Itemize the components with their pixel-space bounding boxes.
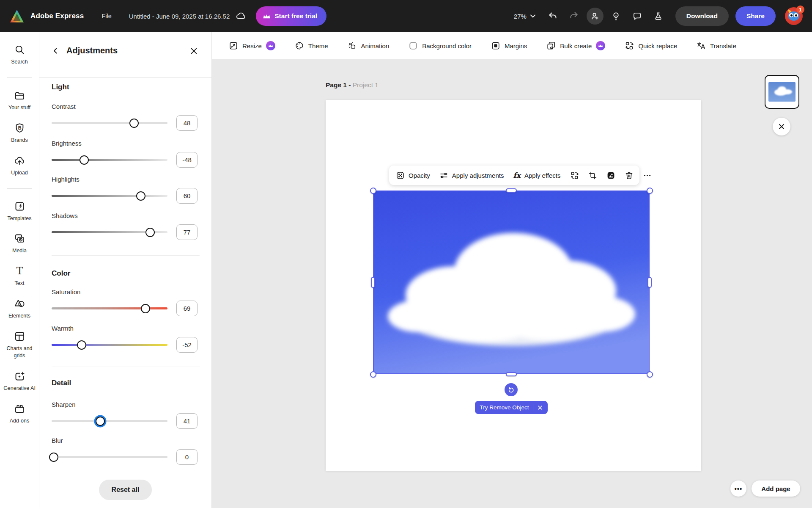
svg-text:T: T [16,265,23,277]
contrast-slider[interactable] [52,122,167,124]
brightness-value-field[interactable]: -48 [176,152,198,168]
divider [533,404,533,411]
resize-handle-bottom-right[interactable] [647,371,653,378]
panel-close-button[interactable] [187,44,200,58]
ideas-button[interactable] [608,8,625,25]
svg-text:B: B [18,125,21,130]
slider-handle-focused[interactable] [96,417,105,426]
trial-label: Start free trial [274,12,317,20]
sidebar-item-charts-and-grids[interactable]: Charts and grids [1,331,38,359]
sidebar-item-text[interactable]: T Text [1,265,38,287]
adobe-express-logo-icon [9,9,25,23]
slider-handle[interactable] [129,119,139,128]
close-icon [190,47,198,55]
account-avatar[interactable]: 1 [785,7,803,25]
crown-icon [598,44,603,48]
toolbar-item-translate[interactable]: Translate [697,41,736,50]
selected-image[interactable] [373,190,650,374]
resize-handle-left[interactable] [371,277,375,288]
apply-adjustments-button[interactable]: Apply adjustments [439,171,504,180]
search-icon [14,44,25,55]
opacity-button[interactable]: Opacity [396,171,430,180]
add-collaborator-button[interactable] [587,8,604,25]
sidebar-item-brands[interactable]: B Brands [1,122,38,144]
resize-handle-top[interactable] [506,188,517,193]
fx-icon: fx [513,171,520,179]
saturation-value-field[interactable]: 69 [176,301,198,316]
slider-handle[interactable] [136,191,145,201]
reset-all-button[interactable]: Reset all [99,480,152,500]
contrast-value-field[interactable]: 48 [176,115,198,131]
slider-label: Warmth [52,325,74,332]
highlights-slider[interactable] [52,195,167,197]
brightness-slider[interactable] [52,159,167,161]
add-ons-icon [14,403,25,414]
page-thumbnail[interactable] [765,75,799,109]
toolbar-item-bulk-create[interactable]: Bulk create [546,41,605,50]
more-options-button[interactable] [643,171,652,180]
saturation-slider[interactable] [52,307,167,309]
sidebar-item-add-ons[interactable]: Add-ons [1,403,38,425]
toolbar-item-quick-replace[interactable]: Quick replace [625,41,677,50]
toolbar-item-theme[interactable]: Theme [295,41,328,50]
resize-handle-right[interactable] [647,277,652,288]
sidebar-item-templates[interactable]: Templates [1,201,38,222]
slider-handle[interactable] [141,304,150,313]
cloud-sync-icon[interactable] [236,11,247,22]
toolbar-item-margins[interactable]: Margins [491,41,527,50]
image-options-button[interactable] [606,171,615,180]
toolbar-item-background-color[interactable]: Background color [409,41,472,50]
toolbar-item-animation[interactable]: Animation [348,41,390,50]
sidebar-item-upload[interactable]: Upload [1,155,38,177]
crop-button[interactable] [588,171,597,180]
highlights-value-field[interactable]: 60 [176,188,198,204]
blur-slider[interactable] [52,456,167,458]
start-free-trial-button[interactable]: Start free trial [256,6,326,26]
warmth-slider[interactable] [52,344,167,346]
premium-crown-badge [266,41,275,50]
sharpen-slider[interactable] [52,420,167,422]
slider-handle[interactable] [80,155,89,165]
slider-handle[interactable] [49,453,58,462]
delete-button[interactable] [625,171,634,180]
toolbar-item-resize[interactable]: Resize [229,41,275,50]
try-remove-object-button[interactable]: Try Remove Object [475,401,548,414]
beta-features-button[interactable] [650,8,667,25]
page-more-options-button[interactable]: ••• [730,480,746,497]
redo-button[interactable] [565,8,582,25]
sidebar-item-your-stuff[interactable]: Your stuff [1,90,38,111]
add-page-button[interactable]: Add page [752,480,800,497]
document-title[interactable]: Untitled - June 09, 2025 at 16.26.52 [129,13,230,20]
resize-handle-top-left[interactable] [370,188,376,194]
reset-adjustments-button[interactable] [505,383,518,396]
resize-handle-top-right[interactable] [647,188,653,194]
crop-icon [588,171,597,180]
sidebar-item-search[interactable]: Search [1,44,38,66]
zoom-control[interactable]: 27% [510,10,540,22]
sharpen-value-field[interactable]: 41 [176,413,198,429]
sidebar-item-media[interactable]: Media [1,233,38,254]
replace-media-button[interactable] [570,171,579,180]
apply-effects-button[interactable]: fx Apply effects [513,171,560,179]
slider-handle[interactable] [77,340,86,350]
slider-row-shadows: Shadows 77 [39,212,211,242]
comments-button[interactable] [629,8,646,25]
shadows-value-field[interactable]: 77 [176,224,198,240]
download-button[interactable]: Download [675,6,729,26]
context-label: Opacity [409,172,430,179]
blur-value-field[interactable]: 0 [176,449,198,465]
slider-label: Sharpen [52,401,76,408]
resize-handle-bottom[interactable] [506,372,517,376]
file-menu[interactable]: File [98,10,115,22]
warmth-value-field[interactable]: -52 [176,337,198,353]
share-button[interactable]: Share [735,6,776,26]
slider-handle[interactable] [145,228,155,237]
resize-handle-bottom-left[interactable] [370,371,376,378]
sidebar-item-elements[interactable]: Elements [1,298,38,320]
deselect-close-button[interactable] [773,118,790,135]
back-button[interactable] [49,44,62,58]
undo-button[interactable] [544,8,561,25]
shadows-slider[interactable] [52,231,167,233]
dismiss-icon[interactable] [538,405,543,410]
sidebar-item-generative-ai[interactable]: Generative AI [1,370,38,392]
